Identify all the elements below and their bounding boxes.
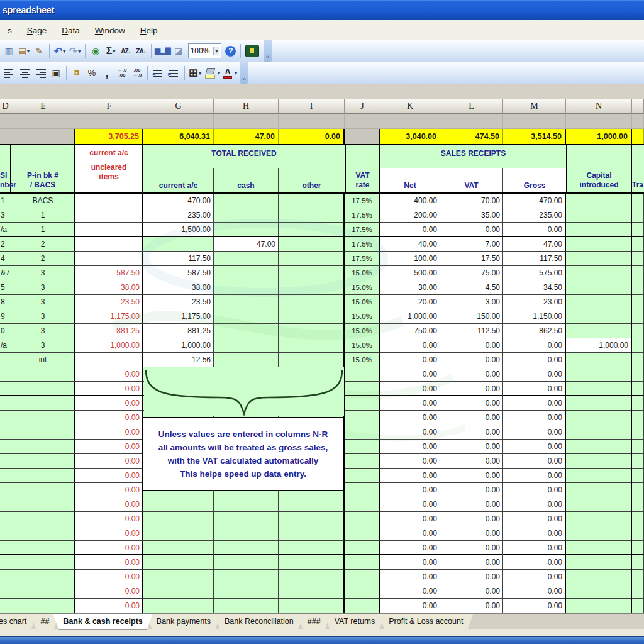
cell-d-row28[interactable] <box>0 584 11 599</box>
cell-g-row22[interactable] <box>143 497 214 512</box>
cell-m-row28[interactable]: 0.00 <box>503 584 566 599</box>
total-cell-n[interactable]: 1,000.00 <box>566 129 632 144</box>
cell-m-row1[interactable]: 470.00 <box>503 194 566 208</box>
cell-k-row25[interactable]: 0.00 <box>380 541 440 555</box>
cell-m-row13[interactable]: 0.00 <box>503 367 566 382</box>
sort-ascending-icon[interactable]: AZ↓ <box>119 43 133 58</box>
chevron-down-icon[interactable]: ▾ <box>235 70 237 76</box>
chevron-down-icon[interactable]: ▾ <box>213 47 219 55</box>
cell-m-row24[interactable]: 0.00 <box>503 526 566 541</box>
cell-o-row6[interactable] <box>632 266 644 280</box>
cell-e-row12[interactable]: int <box>11 353 75 367</box>
cell-l-row28[interactable]: 0.00 <box>440 584 503 599</box>
cell-h-row22[interactable] <box>214 497 279 512</box>
cell-m-row11[interactable]: 0.00 <box>503 338 566 353</box>
cell-k-row22[interactable]: 0.00 <box>380 497 440 512</box>
column-header-H[interactable]: H <box>214 99 279 114</box>
cell-k-row11[interactable]: 0.00 <box>380 338 440 353</box>
cell-i-row22[interactable] <box>279 497 345 512</box>
cell-h-row8[interactable] <box>214 295 279 309</box>
cell-f-row14[interactable]: 0.00 <box>75 382 143 396</box>
cell-o-row27[interactable] <box>632 570 644 584</box>
cell-l-row6[interactable]: 75.00 <box>440 266 503 280</box>
cell-n-row13[interactable] <box>566 367 632 382</box>
cell-e-row20[interactable] <box>11 469 75 483</box>
undo-icon[interactable]: ↶▾ <box>53 43 67 58</box>
cell-l-row23[interactable]: 0.00 <box>440 512 503 526</box>
cell-d-row13[interactable] <box>0 367 11 382</box>
cell-f-row9[interactable]: 1,175.00 <box>75 309 143 324</box>
column-header-partial[interactable] <box>632 99 644 114</box>
cell-g-row10[interactable]: 881.25 <box>143 324 214 338</box>
cell-e-row26[interactable] <box>11 555 75 570</box>
cell-g-row24[interactable] <box>143 526 214 541</box>
font-color-icon[interactable]: A▾ <box>221 65 237 80</box>
cell-f-row15[interactable]: 0.00 <box>75 396 143 411</box>
cell-n-row2[interactable] <box>566 208 632 223</box>
cell-e-row25[interactable] <box>11 541 75 555</box>
cell-j-row9[interactable]: 15.0% <box>345 309 380 324</box>
cell-i-row24[interactable] <box>279 526 345 541</box>
cell-h-row9[interactable] <box>214 309 279 324</box>
cell-f-row27[interactable]: 0.00 <box>75 570 143 584</box>
cell-n-row23[interactable] <box>566 512 632 526</box>
spacer-cell[interactable] <box>440 114 503 129</box>
cell-k-row6[interactable]: 500.00 <box>380 266 440 280</box>
spacer-cell[interactable] <box>75 114 143 129</box>
cell-k-row15[interactable]: 0.00 <box>380 396 440 411</box>
cell-n-row11[interactable]: 1,000.00 <box>566 338 632 353</box>
tab-profit-loss-account[interactable]: Profit & Loss account <box>379 614 473 630</box>
cell-n-row18[interactable] <box>566 440 632 454</box>
header-net[interactable]: Net <box>380 168 440 192</box>
cell-f-row17[interactable]: 0.00 <box>75 425 143 440</box>
cell-l-row4[interactable]: 7.00 <box>440 237 503 252</box>
drawing-icon[interactable]: ◪ <box>172 43 186 58</box>
cell-l-row27[interactable]: 0.00 <box>440 570 503 584</box>
cell-h-row24[interactable] <box>214 526 279 541</box>
cell-f-row12[interactable] <box>75 353 143 367</box>
cell-e-row15[interactable] <box>11 396 75 411</box>
cell-k-row2[interactable]: 200.00 <box>380 208 440 223</box>
cell-k-row18[interactable]: 0.00 <box>380 440 440 454</box>
cell-h-row2[interactable] <box>214 208 279 223</box>
cell-h-row29[interactable] <box>214 599 279 613</box>
cell-d-row9[interactable]: 9 <box>0 309 11 324</box>
cell-o-row4[interactable] <box>632 237 644 252</box>
column-header-K[interactable]: K <box>380 99 440 114</box>
cell-k-row29[interactable]: 0.00 <box>380 599 440 613</box>
cell-k-row1[interactable]: 400.00 <box>380 194 440 208</box>
cell-g-row23[interactable] <box>143 512 214 526</box>
cell-i-row10[interactable] <box>279 324 345 338</box>
cell-e-row28[interactable] <box>11 584 75 599</box>
cell-m-row18[interactable]: 0.00 <box>503 440 566 454</box>
header-slip-number[interactable]: SI nber <box>0 145 11 192</box>
cell-g-row1[interactable]: 470.00 <box>143 194 214 208</box>
increase-indent-icon[interactable]: ▸ <box>167 65 181 80</box>
cell-f-row7[interactable]: 38.00 <box>75 280 143 295</box>
cell-o-row8[interactable] <box>632 295 644 309</box>
currency-icon[interactable]: ¤ <box>70 65 84 80</box>
cell-m-row6[interactable]: 575.00 <box>503 266 566 280</box>
cell-o-row17[interactable] <box>632 425 644 440</box>
cell-f-row28[interactable]: 0.00 <box>75 584 143 599</box>
spacer-cell[interactable] <box>632 114 644 129</box>
cell-m-row26[interactable]: 0.00 <box>503 555 566 570</box>
cell-m-row27[interactable]: 0.00 <box>503 570 566 584</box>
chevron-down-icon[interactable]: ▾ <box>27 48 30 54</box>
percent-icon[interactable]: % <box>85 65 99 80</box>
cell-e-row18[interactable] <box>11 440 75 454</box>
cell-f-row20[interactable]: 0.00 <box>75 469 143 483</box>
cell-h-row10[interactable] <box>214 324 279 338</box>
cell-n-row12[interactable] <box>566 353 632 367</box>
decrease-decimal-icon[interactable]: .00→.0 <box>130 65 144 80</box>
cell-d-row8[interactable]: 8 <box>0 295 11 309</box>
cell-d-row10[interactable]: 0 <box>0 324 11 338</box>
decrease-indent-icon[interactable]: ◂ <box>151 65 165 80</box>
cell-f-row4[interactable] <box>75 237 143 252</box>
cell-g-row7[interactable]: 38.00 <box>143 280 214 295</box>
cell-h-row3[interactable] <box>214 223 279 237</box>
cell-i-row1[interactable] <box>279 194 345 208</box>
cell-i-row2[interactable] <box>279 208 345 223</box>
cell-g-row27[interactable] <box>143 570 214 584</box>
cell-e-row10[interactable]: 3 <box>11 324 75 338</box>
